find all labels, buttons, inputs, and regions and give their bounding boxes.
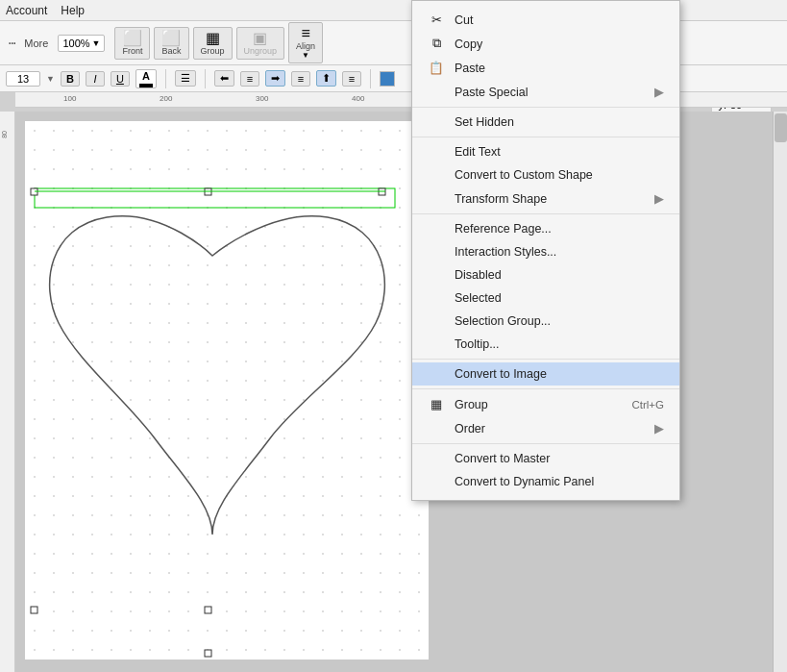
menu-section-clipboard: ✂ Cut ⧉ Copy 📋 Paste Paste Special ▶ (412, 5, 679, 108)
align-top-button[interactable]: ⬆ (316, 70, 336, 87)
front-icon: ⬜ (123, 31, 142, 46)
edit-text-label: Edit Text (455, 145, 501, 159)
ungroup-icon: ▣ (253, 31, 267, 46)
menu-tooltip[interactable]: Tooltip... (412, 333, 679, 356)
menu-group[interactable]: ▦ Group Ctrl+G (412, 392, 679, 416)
italic-button[interactable]: I (86, 71, 105, 87)
group-menu-icon: ▦ (428, 397, 445, 411)
color-swatch (139, 84, 153, 87)
set-hidden-label: Set Hidden (455, 115, 514, 129)
align-middle-button[interactable]: ≡ (342, 71, 361, 87)
svg-rect-7 (205, 650, 211, 657)
back-button[interactable]: ⬜ Back (154, 27, 188, 60)
group-menu-label: Group (455, 398, 488, 411)
front-label: Front (122, 46, 142, 56)
font-size-input[interactable] (6, 71, 40, 87)
menu-set-hidden[interactable]: Set Hidden (412, 111, 679, 134)
scrollbar-vertical[interactable] (773, 112, 787, 672)
align-center-button[interactable]: ≡ (240, 71, 259, 87)
font-size-arrow[interactable]: ▼ (46, 74, 55, 84)
menu-section-edit: Edit Text Convert to Custom Shape Transf… (412, 137, 679, 214)
menu-convert-master[interactable]: Convert to Master (412, 447, 679, 470)
svg-rect-4 (31, 607, 37, 613)
menu-section-hidden: Set Hidden (412, 108, 679, 137)
order-arrow: ▶ (654, 421, 664, 436)
canvas-surface[interactable] (25, 121, 429, 660)
scroll-thumb[interactable] (775, 113, 787, 142)
separator (165, 69, 166, 88)
more-dots[interactable]: ··· (8, 35, 14, 52)
menu-convert-dynamic[interactable]: Convert to Dynamic Panel (412, 470, 679, 493)
menu-section-convert-image: Convert to Image (412, 360, 679, 389)
separator3 (370, 69, 371, 88)
zoom-arrow: ▼ (92, 38, 101, 48)
ruler-tick-400: 400 (352, 94, 364, 103)
menu-edit-text[interactable]: Edit Text (412, 140, 679, 163)
reference-page-label: Reference Page... (455, 222, 552, 236)
menu-section-states: Reference Page... Interaction Styles... … (412, 214, 679, 360)
group-button[interactable]: ▦ Group (193, 27, 233, 60)
menu-section-group: ▦ Group Ctrl+G Order ▶ (412, 389, 679, 444)
cut-icon: ✂ (428, 12, 445, 27)
ruler-tick-200: 200 (160, 94, 172, 103)
menu-section-convert-components: Convert to Master Convert to Dynamic Pan… (412, 444, 679, 496)
menu-convert-custom[interactable]: Convert to Custom Shape (412, 163, 679, 187)
transform-label: Transform Shape (455, 192, 547, 206)
bold-button[interactable]: B (61, 71, 80, 87)
menu-interaction-styles[interactable]: Interaction Styles... (412, 240, 679, 263)
align-label: Align (296, 41, 315, 51)
paste-special-arrow: ▶ (654, 85, 664, 99)
group-shortcut: Ctrl+G (631, 399, 664, 411)
menu-help[interactable]: Help (61, 4, 85, 17)
menu-paste-special[interactable]: Paste Special ▶ (412, 80, 679, 104)
transform-arrow: ▶ (654, 191, 664, 206)
back-label: Back (161, 46, 181, 56)
menu-copy[interactable]: ⧉ Copy (412, 32, 679, 56)
menu-disabled[interactable]: Disabled (412, 263, 679, 286)
align-arrow: ▼ (302, 51, 309, 60)
selection-group-label: Selection Group... (455, 314, 551, 328)
ungroup-button[interactable]: ▣ Ungroup (236, 27, 285, 60)
menu-account[interactable]: Account (6, 4, 47, 17)
text-color-button[interactable]: A (135, 69, 157, 88)
underline-button[interactable]: U (111, 71, 130, 87)
nav-buttons: ⬜ Front ⬜ Back ▦ Group ▣ Ungroup ≡ Align… (114, 22, 323, 63)
convert-custom-label: Convert to Custom Shape (455, 168, 593, 182)
text-color-icon: A (142, 70, 150, 82)
menu-cut[interactable]: ✂ Cut (412, 8, 679, 32)
align-left-button[interactable]: ⬅ (214, 70, 234, 87)
menu-convert-image[interactable]: Convert to Image (412, 362, 679, 386)
more-label[interactable]: More (24, 37, 48, 49)
interaction-styles-label: Interaction Styles... (455, 245, 556, 259)
menu-order[interactable]: Order ▶ (412, 416, 679, 440)
menu-transform[interactable]: Transform Shape ▶ (412, 187, 679, 211)
group-label: Group (201, 46, 225, 56)
menu-reference-page[interactable]: Reference Page... (412, 217, 679, 240)
align-right-button[interactable]: ➡ (265, 70, 285, 87)
copy-icon: ⧉ (428, 37, 445, 51)
align-button[interactable]: ≡ Align ▼ (288, 22, 323, 63)
convert-master-label: Convert to Master (455, 452, 550, 465)
paste-icon: 📋 (428, 61, 445, 75)
zoom-box[interactable]: 100% ▼ (58, 35, 105, 52)
menu-selected[interactable]: Selected (412, 286, 679, 310)
ungroup-label: Ungroup (244, 46, 278, 56)
heart-shape[interactable] (30, 179, 414, 672)
menu-selection-group[interactable]: Selection Group... (412, 310, 679, 333)
fill-color-swatch[interactable] (380, 71, 395, 87)
ruler-tick-100: 100 (63, 94, 76, 103)
order-label: Order (455, 422, 485, 436)
zoom-value: 100% (62, 37, 89, 49)
align-icon: ≡ (301, 26, 309, 41)
front-button[interactable]: ⬜ Front (114, 27, 150, 60)
list-button[interactable]: ☰ (175, 70, 196, 87)
back-icon: ⬜ (161, 31, 181, 46)
ruler-vertical: 80 (0, 112, 15, 672)
menu-paste[interactable]: 📋 Paste (412, 56, 679, 80)
context-menu: ✂ Cut ⧉ Copy 📋 Paste Paste Special ▶ Set… (411, 0, 680, 501)
convert-image-label: Convert to Image (455, 367, 547, 381)
justify-button[interactable]: ≡ (291, 71, 310, 87)
tooltip-label: Tooltip... (455, 337, 500, 351)
cut-label: Cut (455, 13, 473, 27)
separator2 (205, 69, 206, 88)
